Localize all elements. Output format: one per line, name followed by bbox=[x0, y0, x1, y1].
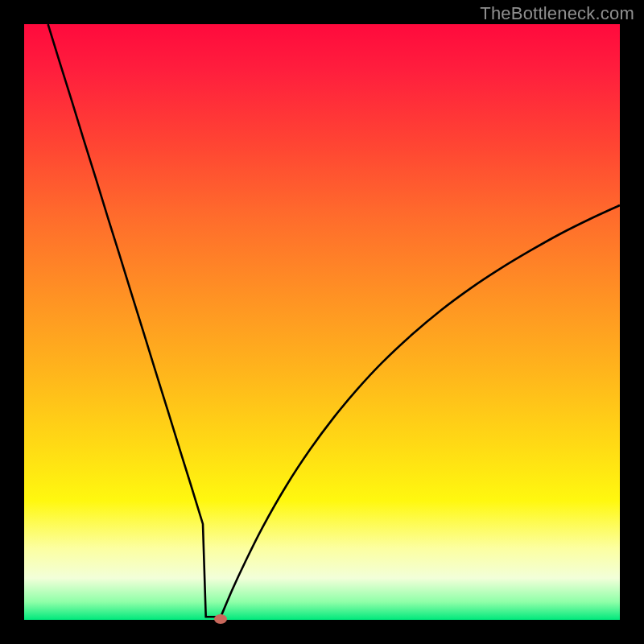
watermark-text: TheBottleneck.com bbox=[480, 3, 634, 24]
optimal-point-marker bbox=[214, 614, 227, 624]
chart-gradient-background bbox=[24, 24, 620, 620]
